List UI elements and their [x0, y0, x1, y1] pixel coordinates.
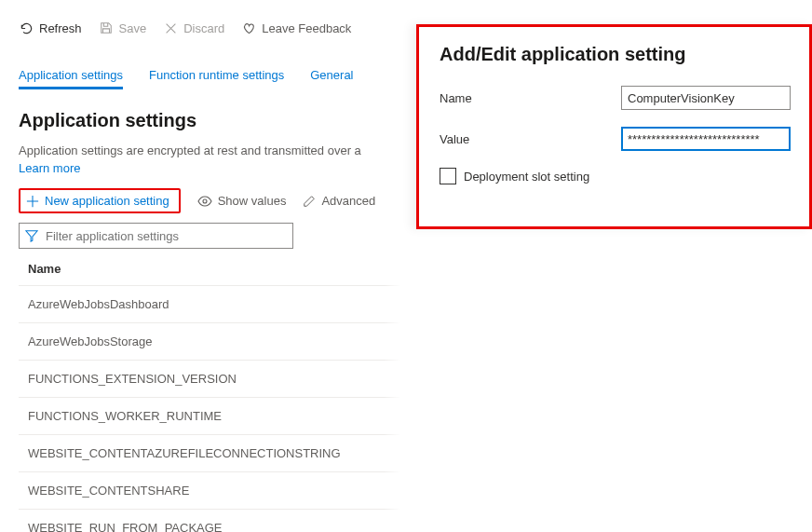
- panel-value-label: Value: [440, 132, 621, 146]
- table-row[interactable]: FUNCTIONS_EXTENSION_VERSION: [19, 360, 812, 397]
- eye-icon: [197, 195, 212, 208]
- plus-icon: [26, 195, 39, 208]
- filter-box[interactable]: [19, 223, 293, 249]
- feedback-button[interactable]: Leave Feedback: [241, 20, 351, 35]
- tab-application-settings[interactable]: Application settings: [19, 68, 123, 89]
- refresh-button[interactable]: Refresh: [19, 20, 82, 35]
- table-row[interactable]: WEBSITE_CONTENTAZUREFILECONNECTIONSTRING: [19, 434, 812, 471]
- table-row[interactable]: FUNCTIONS_WORKER_RUNTIME: [19, 397, 812, 434]
- show-values-button[interactable]: Show values: [197, 194, 287, 208]
- discard-label: Discard: [183, 21, 224, 35]
- discard-button[interactable]: Discard: [163, 20, 224, 35]
- pencil-icon: [303, 195, 316, 208]
- table-row[interactable]: WEBSITE_CONTENTSHARE: [19, 471, 812, 509]
- panel-value-input[interactable]: [621, 127, 791, 151]
- settings-table-body: AzureWebJobsDashboardAzureWebJobsStorage…: [19, 285, 812, 532]
- save-button[interactable]: Save: [99, 20, 147, 35]
- deployment-slot-checkbox[interactable]: [440, 168, 456, 184]
- deployment-slot-row: Deployment slot setting: [440, 168, 791, 184]
- advanced-label: Advanced: [321, 194, 375, 208]
- tab-general[interactable]: General: [310, 68, 353, 89]
- show-values-label: Show values: [218, 194, 287, 208]
- section-description: Application settings are encrypted at re…: [19, 143, 410, 159]
- table-row[interactable]: AzureWebJobsStorage: [19, 322, 812, 360]
- panel-title: Add/Edit application setting: [440, 44, 791, 65]
- refresh-label: Refresh: [39, 21, 82, 35]
- panel-name-row: Name: [440, 86, 791, 110]
- feedback-label: Leave Feedback: [262, 21, 351, 35]
- deployment-slot-label: Deployment slot setting: [464, 170, 589, 184]
- save-icon: [99, 20, 114, 35]
- panel-name-input[interactable]: [621, 86, 791, 110]
- heart-icon: [241, 20, 256, 35]
- filter-input[interactable]: [44, 228, 287, 244]
- advanced-edit-button[interactable]: Advanced: [303, 194, 375, 208]
- save-label: Save: [119, 21, 147, 35]
- tab-function-runtime[interactable]: Function runtime settings: [149, 68, 284, 89]
- table-row[interactable]: AzureWebJobsDashboard: [19, 285, 812, 322]
- panel-value-row: Value: [440, 127, 791, 151]
- add-edit-setting-panel: Add/Edit application setting Name Value …: [416, 24, 812, 229]
- table-row[interactable]: WEBSITE_RUN_FROM_PACKAGE: [19, 509, 812, 532]
- refresh-icon: [19, 20, 34, 35]
- svg-point-0: [203, 199, 207, 203]
- close-icon: [163, 20, 178, 35]
- filter-icon: [25, 229, 38, 242]
- panel-name-label: Name: [440, 91, 621, 105]
- new-application-setting-button[interactable]: New application setting: [19, 188, 181, 213]
- app-root: Refresh Save Discard Leave Feedback Appl…: [0, 0, 812, 532]
- table-header-name: Name: [19, 249, 812, 285]
- new-setting-label: New application setting: [45, 194, 169, 208]
